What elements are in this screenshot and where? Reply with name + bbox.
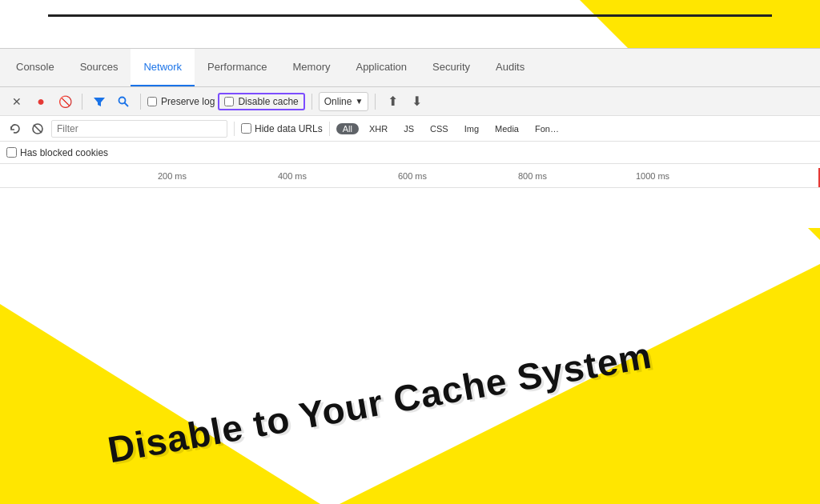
separator-1 (82, 94, 82, 110)
toolbar: ✕ ● 🚫 Preserve log Disable cache (0, 87, 820, 116)
timeline-mark-1000: 1000 ms (593, 171, 713, 181)
preserve-log-label[interactable]: Preserve log (147, 96, 215, 107)
devtools-panel: Console Sources Network Performance Memo… (0, 48, 820, 228)
separator-2 (140, 94, 141, 110)
blocked-cookies-text: Has blocked cookies (20, 147, 108, 158)
filter-button[interactable] (89, 91, 110, 112)
refresh-icon (10, 123, 21, 134)
hide-data-urls-checkbox[interactable] (241, 123, 251, 134)
tab-console[interactable]: Console (3, 49, 67, 86)
dropdown-arrow-icon: ▼ (355, 97, 363, 106)
filter-type-css[interactable]: CSS (424, 123, 454, 134)
tab-application[interactable]: Application (343, 49, 420, 86)
preserve-log-text: Preserve log (161, 96, 215, 107)
search-button[interactable] (113, 91, 134, 112)
blocked-cookies-checkbox[interactable] (6, 147, 17, 158)
download-button[interactable]: ⬇ (406, 91, 427, 112)
tab-security[interactable]: Security (420, 49, 483, 86)
timeline-mark-800: 800 ms (472, 171, 593, 181)
filter-separator-2 (329, 122, 330, 136)
timeline-mark-200: 200 ms (112, 171, 232, 181)
svg-marker-0 (94, 98, 105, 106)
hide-data-urls-text: Hide data URLs (255, 123, 323, 134)
no-entry-icon (32, 123, 43, 134)
preserve-log-checkbox[interactable] (147, 97, 157, 106)
online-dropdown[interactable]: Online ▼ (319, 92, 369, 111)
tab-memory[interactable]: Memory (280, 49, 344, 86)
online-label: Online (324, 96, 352, 107)
svg-point-1 (119, 97, 126, 103)
top-decoration-line (48, 14, 772, 17)
tab-bar: Console Sources Network Performance Memo… (0, 49, 820, 87)
filter-separator-1 (234, 122, 235, 136)
clear-button[interactable]: 🚫 (54, 91, 75, 112)
filter-icon (94, 96, 105, 107)
record-button[interactable]: ● (30, 91, 51, 112)
filter-input[interactable] (51, 120, 227, 138)
filter-type-img[interactable]: Img (459, 123, 484, 134)
no-entry-button[interactable] (29, 120, 46, 138)
filter-type-js[interactable]: JS (398, 123, 420, 134)
timeline-mark-400: 400 ms (232, 171, 352, 181)
svg-line-2 (125, 102, 129, 106)
filter-row: Hide data URLs All XHR JS CSS Img Media … (0, 116, 820, 142)
separator-3 (312, 94, 312, 110)
separator-4 (375, 94, 376, 110)
timeline-mark-600: 600 ms (352, 171, 472, 181)
filter-type-xhr[interactable]: XHR (364, 123, 393, 134)
refresh-button[interactable] (6, 120, 24, 138)
filter-type-all[interactable]: All (336, 123, 359, 134)
network-content-area (0, 188, 820, 228)
hide-data-urls-label[interactable]: Hide data URLs (241, 123, 323, 134)
disable-cache-text: Disable cache (238, 96, 298, 107)
timeline-row: 200 ms 400 ms 600 ms 800 ms 1000 ms (0, 164, 820, 188)
disable-cache-checkbox[interactable] (224, 97, 234, 106)
svg-line-4 (34, 125, 42, 133)
filter-type-media[interactable]: Media (489, 123, 525, 134)
tab-audits[interactable]: Audits (483, 49, 537, 86)
filter-type-font[interactable]: Fon… (529, 123, 565, 134)
tab-performance[interactable]: Performance (195, 49, 279, 86)
disable-cache-wrapper: Disable cache (218, 93, 304, 110)
blocked-cookies-label[interactable]: Has blocked cookies (6, 147, 108, 158)
cookies-row: Has blocked cookies (0, 142, 820, 164)
disable-cache-label[interactable]: Disable cache (224, 96, 298, 107)
search-icon (118, 96, 129, 107)
upload-button[interactable]: ⬆ (382, 91, 403, 112)
close-button[interactable]: ✕ (6, 91, 27, 112)
tab-sources[interactable]: Sources (67, 49, 131, 86)
tab-network[interactable]: Network (131, 49, 195, 86)
